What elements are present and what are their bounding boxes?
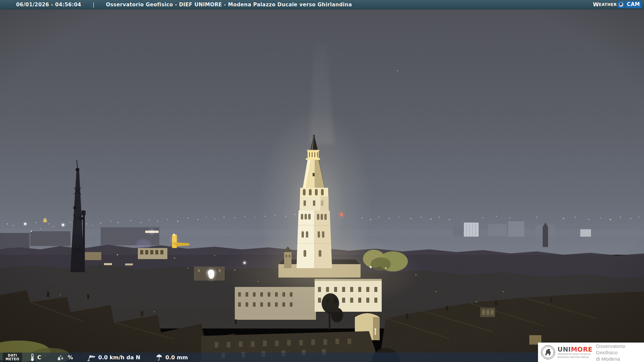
- humidity-unit: %: [68, 354, 73, 361]
- timestamp: 06/01/2026 - 04:56:04: [16, 2, 81, 8]
- dati-line1: DATI: [8, 354, 17, 357]
- dati-line2: METEO: [6, 357, 19, 361]
- humidity-reading: %: [57, 354, 73, 361]
- rain-reading: 0.0 mm: [156, 354, 188, 361]
- windsock-icon: [87, 354, 96, 361]
- brand-subline2: MODENA E REGGIO EMILIA: [557, 356, 593, 359]
- weathercam-word-rest: EATHER: [599, 2, 617, 7]
- unimore-logo-box: UNIMORE UNIVERSITÀ DEGLI STUDI DI MODENA…: [538, 343, 644, 362]
- brand-uni: UNI: [557, 346, 571, 353]
- header-bar: 06/01/2026 - 04:56:04 | Osservatorio Geo…: [0, 0, 644, 9]
- webcam-photo: [0, 0, 644, 362]
- unimore-seal-icon: [541, 345, 555, 360]
- weathercam-word-initial: W: [593, 1, 599, 8]
- umbrella-icon: [156, 354, 163, 361]
- lens-ring: [619, 2, 623, 7]
- brand-subline1: UNIVERSITÀ DEGLI STUDI DI: [557, 353, 593, 356]
- camera-title: Osservatorio Geofisico - DIEF UNIMORE - …: [106, 2, 352, 8]
- separator: |: [93, 2, 94, 8]
- wind-value: 0.0 km/h da N: [98, 354, 140, 361]
- dati-meteo-label: DATI METEO: [3, 353, 22, 362]
- wind-reading: 0.0 km/h da N: [87, 354, 140, 361]
- vignette: [0, 0, 644, 362]
- observatory-line1: Osservatorio Geofisico: [596, 343, 644, 356]
- webcam-frame: 06/01/2026 - 04:56:04 | Osservatorio Geo…: [0, 0, 644, 362]
- unimore-brand: UNIMORE UNIVERSITÀ DEGLI STUDI DI MODENA…: [557, 346, 593, 359]
- cam-wordmark: CAM: [625, 1, 642, 8]
- brand-more: MORE: [571, 346, 593, 353]
- observatory-line2: di Modena: [596, 356, 644, 362]
- seal-horse-figure: [545, 349, 551, 355]
- thermometer-icon: [30, 354, 35, 361]
- unimore-wordmark: UNIMORE: [557, 346, 593, 353]
- temperature-reading: C: [30, 354, 41, 361]
- rain-value: 0.0 mm: [165, 354, 188, 361]
- temperature-unit: C: [37, 354, 41, 361]
- observatory-name: Osservatorio Geofisico di Modena: [596, 343, 644, 362]
- humidity-icon: [57, 354, 65, 361]
- camera-lens-icon: [618, 1, 625, 8]
- weathercam-logo: WEATHER CAM: [593, 1, 642, 8]
